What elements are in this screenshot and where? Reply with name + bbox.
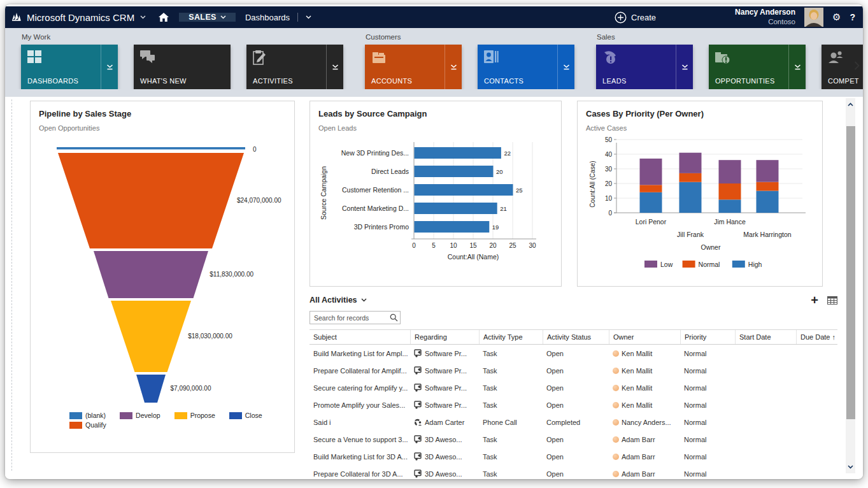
cell-regarding[interactable]: Software Pr... <box>410 366 479 375</box>
stack-high-1[interactable] <box>679 182 702 213</box>
scrollbar-thumb[interactable] <box>846 126 855 419</box>
stack-normal-0[interactable] <box>640 185 662 192</box>
column-header-due-date[interactable]: Due Date ↑ <box>796 330 837 344</box>
tile-flyout-toggle[interactable] <box>557 45 574 89</box>
stack-low-0[interactable] <box>640 159 662 185</box>
stack-low-2[interactable] <box>719 160 741 183</box>
stack-normal-3[interactable] <box>757 182 779 191</box>
cell-regarding[interactable]: 3D Aweso... <box>410 452 479 461</box>
cell-regarding[interactable]: Software Pr... <box>410 349 479 357</box>
column-header-subject[interactable]: Subject <box>309 330 410 344</box>
svg-text:22: 22 <box>504 150 511 157</box>
user-info[interactable]: Nancy Anderson Contoso <box>735 8 795 26</box>
column-header-priority[interactable]: Priority <box>680 330 735 344</box>
nav-page-dashboards[interactable]: Dashboards <box>236 13 321 22</box>
cell-regarding[interactable]: Software Pr... <box>410 384 479 392</box>
cell-subject[interactable]: Build Marketing List for 3D A... <box>309 453 410 461</box>
chart-panel-cases[interactable]: Cases By Priority (Per Owner) Active Cas… <box>577 101 823 287</box>
table-row[interactable]: Secure catering for Amplify y...Software… <box>309 379 837 396</box>
settings-gear-icon[interactable]: ⚙ <box>832 11 841 23</box>
cell-subject[interactable]: Prepare Collateral for Amplif... <box>309 367 410 375</box>
column-header-activity-type[interactable]: Activity Type <box>479 330 543 344</box>
search-icon[interactable] <box>390 313 398 322</box>
tile-accounts[interactable]: ACCOUNTS <box>365 45 462 89</box>
vertical-scrollbar[interactable] <box>846 98 855 473</box>
funnel-segment-develop[interactable] <box>94 251 208 298</box>
table-row[interactable]: Prepare Collateral for 3D A...3D Aweso..… <box>309 465 837 479</box>
avatar[interactable] <box>804 8 823 27</box>
cell-subject[interactable]: Promote Amplify your Sales... <box>309 401 410 409</box>
cell-activity-status: Open <box>543 401 609 409</box>
help-button[interactable]: ? <box>850 12 855 22</box>
funnel-segment-qualify[interactable] <box>58 153 244 248</box>
search-input[interactable] <box>309 311 401 324</box>
cell-regarding[interactable]: Software Pr... <box>410 401 479 409</box>
tile-leads[interactable]: LEADS <box>596 45 693 89</box>
cell-owner[interactable]: Adam Barr <box>609 470 680 478</box>
cell-owner[interactable]: Ken Mallit <box>609 350 680 357</box>
bar-0[interactable] <box>415 147 501 159</box>
cell-owner[interactable]: Nancy Anders... <box>609 419 680 426</box>
column-header-owner[interactable]: Owner <box>609 330 680 344</box>
stack-normal-1[interactable] <box>679 173 702 182</box>
open-grid-view-icon[interactable] <box>827 296 837 305</box>
nav-area-label: SALES <box>189 13 217 22</box>
cell-subject[interactable]: Build Marketing List for Ampl... <box>309 350 410 357</box>
stack-low-3[interactable] <box>757 160 779 182</box>
bar-2[interactable] <box>415 184 513 196</box>
tile-activities[interactable]: ACTIVITIES <box>246 45 343 89</box>
chart-panel-pipeline[interactable]: Pipeline by Sales Stage Open Opportuniti… <box>30 101 295 453</box>
stack-low-1[interactable] <box>679 153 702 173</box>
funnel-segment-close[interactable] <box>136 375 166 403</box>
table-row[interactable]: Build Marketing List for Ampl...Software… <box>309 345 837 362</box>
brand[interactable]: Microsoft Dynamics CRM <box>11 12 146 23</box>
cell-subject[interactable]: Secure catering for Amplify y... <box>309 384 410 392</box>
cell-regarding[interactable]: 3D Aweso... <box>410 435 479 443</box>
tile-flyout-toggle[interactable] <box>101 45 118 89</box>
cell-subject[interactable]: Secure a Venue to support 3... <box>309 436 410 443</box>
tile-contacts[interactable]: CONTACTS <box>478 45 574 89</box>
funnel-segment-propose[interactable] <box>111 301 191 372</box>
tile-whats-new[interactable]: WHAT'S NEW <box>134 45 231 89</box>
cell-owner[interactable]: Adam Barr <box>609 436 680 443</box>
stack-high-2[interactable] <box>719 199 741 213</box>
chart-panel-leads[interactable]: Leads by Source Campaign Open Leads 0510… <box>309 101 562 287</box>
bar-4[interactable] <box>415 221 490 233</box>
stack-high-3[interactable] <box>757 191 779 213</box>
cell-regarding[interactable]: 3D Aweso... <box>410 470 479 478</box>
table-row[interactable]: Prepare Collateral for Amplif...Software… <box>309 362 837 379</box>
table-row[interactable]: Said iAdam CarterPhone CallCompletedNanc… <box>309 413 837 431</box>
cell-owner[interactable]: Ken Mallit <box>609 401 680 409</box>
scroll-up-button[interactable] <box>846 99 855 110</box>
scroll-down-button[interactable] <box>846 462 855 472</box>
tile-flyout-toggle[interactable] <box>676 45 693 89</box>
tile-flyout-toggle[interactable] <box>445 45 462 89</box>
table-row[interactable]: Promote Amplify your Sales...Software Pr… <box>309 396 837 413</box>
tile-dashboards[interactable]: DASHBOARDS <box>21 45 118 89</box>
stack-normal-2[interactable] <box>719 183 741 199</box>
stack-high-0[interactable] <box>640 192 662 213</box>
view-selector[interactable]: All Activities <box>309 296 367 305</box>
bar-1[interactable] <box>415 166 494 177</box>
cell-owner[interactable]: Adam Barr <box>609 453 680 461</box>
funnel-top-line[interactable] <box>57 147 245 150</box>
ribbon-scroll-right-button[interactable] <box>854 61 860 73</box>
bar-3[interactable] <box>415 203 497 214</box>
tile-flyout-toggle[interactable] <box>326 45 343 89</box>
tile-opportunities[interactable]: OPPORTUNITIES <box>709 45 806 89</box>
column-header-start-date[interactable]: Start Date <box>735 330 796 344</box>
table-row[interactable]: Build Marketing List for 3D A...3D Aweso… <box>309 448 837 465</box>
cell-owner[interactable]: Ken Mallit <box>609 367 680 375</box>
cell-subject[interactable]: Said i <box>309 419 410 426</box>
cell-regarding[interactable]: Adam Carter <box>410 418 479 426</box>
column-header-regarding[interactable]: Regarding <box>410 330 479 344</box>
table-row[interactable]: Secure a Venue to support 3...3D Aweso..… <box>309 431 837 448</box>
add-activity-button[interactable]: + <box>811 294 818 306</box>
column-header-activity-status[interactable]: Activity Status <box>543 330 609 344</box>
create-button[interactable]: Create <box>615 11 656 24</box>
cell-subject[interactable]: Prepare Collateral for 3D A... <box>309 470 410 478</box>
nav-area-sales[interactable]: SALES <box>179 13 236 22</box>
tile-flyout-toggle[interactable] <box>788 45 806 89</box>
home-button[interactable] <box>159 13 169 22</box>
cell-owner[interactable]: Ken Mallit <box>609 384 680 392</box>
